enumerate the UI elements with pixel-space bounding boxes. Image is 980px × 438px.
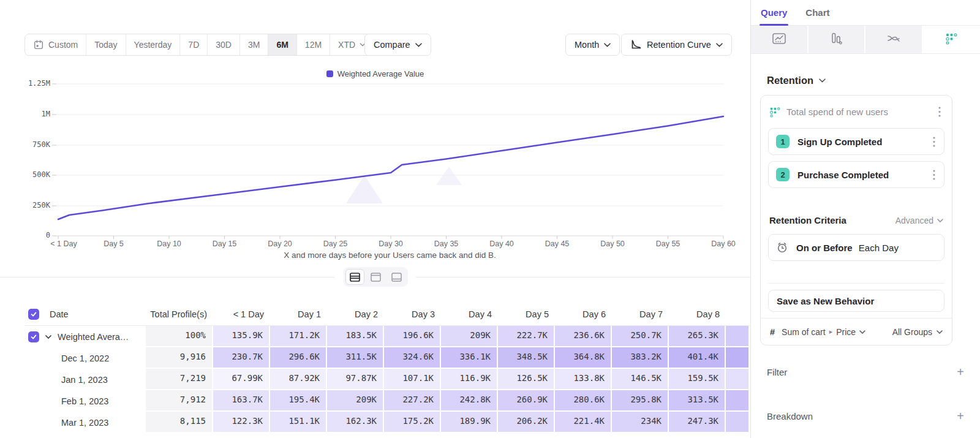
range-7d[interactable]: 7D — [180, 34, 208, 55]
icon-tab-insights-line-chart[interactable] — [751, 26, 809, 53]
event-menu-button[interactable] — [930, 168, 938, 181]
table-cell-value: 87.92K — [270, 369, 327, 390]
table-row[interactable]: Dec 1, 20229,916230.7K296.6K311.5K324.6K… — [24, 347, 750, 369]
range-12m[interactable]: 12M — [297, 34, 330, 55]
row-label: Feb 1, 2023 — [61, 396, 108, 406]
behavior-card: Total spend of new users 1Sign Up Comple… — [760, 95, 952, 345]
chevron-down-icon — [859, 330, 865, 334]
kebab-icon — [933, 137, 935, 147]
range-custom[interactable]: Custom — [25, 34, 86, 55]
panel-tabs: QueryChart — [751, 0, 980, 26]
table-cell-profiles: 7,912 — [146, 390, 213, 412]
event-row-sign-up-completed[interactable]: 1Sign Up Completed — [768, 128, 944, 155]
range-yesterday[interactable]: Yesterday — [126, 34, 181, 55]
measure-footer: # Sum of cart ▸ Price All Groups — [761, 318, 952, 345]
table-cell-value: 159.5K — [669, 369, 726, 390]
table-cell-value: 383.2K — [612, 347, 669, 369]
report-type-dropdown[interactable]: Retention — [767, 75, 826, 86]
table-row[interactable]: Feb 1, 20237,912163.7K195.4K209K227.2K24… — [24, 390, 750, 412]
layout-toggle-chart-only[interactable] — [366, 269, 385, 285]
plus-icon[interactable]: + — [957, 366, 964, 378]
retention-behavior-icon — [769, 107, 780, 118]
table-cell-value: 295.8K — [612, 390, 669, 412]
event-menu-button[interactable] — [930, 135, 938, 148]
table-cell-value: 234K — [612, 412, 669, 433]
checkbox-checked[interactable] — [28, 331, 39, 342]
y-tick-label: 0 — [0, 231, 50, 240]
y-tick-label: 250K — [0, 201, 50, 210]
x-tick-label: Day 35 — [419, 240, 474, 248]
table-row[interactable]: Weighted Average ...100%135.9K171.2K183.… — [24, 326, 750, 347]
table-cell-value: 336.1K — [441, 347, 498, 369]
table-cell-value: 236.6K — [555, 326, 612, 347]
table-cell-date: Mar 1, 2023 — [24, 412, 146, 433]
table-cell-value: 242.8K — [441, 390, 498, 412]
table-cell-value: 133.8K — [555, 369, 612, 390]
split-view-icon — [350, 273, 360, 282]
query-panel: QueryChart Retention Total spend of new … — [750, 0, 980, 438]
layout-toggle-split-view[interactable] — [345, 269, 364, 285]
table-cell-partial — [726, 412, 748, 433]
range-today[interactable]: Today — [86, 34, 126, 55]
layout-toggle-table-only[interactable] — [387, 269, 406, 285]
retention-report-app: CustomTodayYesterday7D30D3M6M12MXTD Comp… — [0, 0, 980, 438]
checkbox-checked[interactable] — [28, 309, 39, 320]
behavior-menu-button[interactable] — [936, 105, 943, 118]
behavior-event-list: 1Sign Up Completed2Purchase Completed — [761, 128, 952, 188]
weighted-average-line[interactable] — [58, 116, 723, 219]
range-30d[interactable]: 30D — [208, 34, 240, 55]
panel-tab-chart[interactable]: Chart — [805, 0, 829, 25]
add-filter-row[interactable]: Filter+ — [767, 363, 964, 381]
breakdown-label: Breakdown — [767, 411, 813, 421]
table-cell-value: 260.9K — [498, 390, 555, 412]
panel-tab-query[interactable]: Query — [761, 0, 787, 25]
number-property-icon: # — [770, 327, 775, 337]
table-cell-value: 222.7K — [498, 326, 555, 347]
granularity-button[interactable]: Month — [565, 34, 620, 56]
retention-icon — [945, 32, 957, 47]
retention-curve-icon — [630, 39, 642, 50]
retention-criteria-row: Retention Criteria Advanced — [769, 215, 943, 225]
y-tick-label: 500K — [0, 170, 50, 179]
table-cell-value: 163.7K — [213, 390, 270, 412]
criteria-timing-control[interactable]: On or Before Each Day — [768, 234, 944, 261]
save-as-new-behavior-button[interactable]: Save as New Behavior — [768, 290, 944, 312]
column-header: Day 4 — [441, 303, 498, 326]
retention-line-chart[interactable] — [0, 77, 750, 254]
column-header: Day 1 — [270, 303, 327, 326]
table-cell-value: 162.3K — [327, 412, 384, 433]
table-header-row: DateTotal Profile(s)< 1 DayDay 1Day 2Day… — [24, 303, 750, 326]
range-3m[interactable]: 3M — [240, 34, 268, 55]
measure-label: Sum of cart — [782, 327, 826, 337]
table-row[interactable]: Mar 1, 20238,115122.3K151.1K162.3K175.2K… — [24, 412, 750, 433]
plus-icon[interactable]: + — [957, 410, 964, 422]
groups-dropdown[interactable]: All Groups — [892, 327, 943, 337]
chart-type-button[interactable]: Retention Curve — [621, 34, 732, 56]
icon-tab-funnels-bar-chart[interactable] — [809, 26, 866, 53]
icon-tab-flows[interactable] — [865, 26, 923, 53]
table-cell-value: 324.6K — [384, 347, 441, 369]
compare-label: Compare — [374, 40, 410, 50]
x-tick-label: < 1 Day — [36, 240, 91, 248]
table-row[interactable]: Jan 1, 20237,21967.99K87.92K97.87K107.1K… — [24, 369, 750, 390]
add-breakdown-row[interactable]: Breakdown+ — [767, 407, 964, 425]
event-row-purchase-completed[interactable]: 2Purchase Completed — [768, 161, 944, 188]
chevron-down-icon — [716, 43, 723, 47]
alarm-clock-icon — [776, 241, 788, 254]
table-cell-value: 280.6K — [555, 390, 612, 412]
timing-window: Each Day — [859, 243, 899, 253]
divider — [768, 283, 944, 284]
table-cell-partial — [726, 347, 748, 369]
criteria-mode-dropdown[interactable]: Advanced — [895, 216, 943, 225]
x-tick-label: Day 55 — [641, 240, 696, 248]
column-header: Day 7 — [612, 303, 669, 326]
chart-only-icon — [371, 273, 381, 282]
range-6m[interactable]: 6M — [268, 34, 296, 55]
column-header: Total Profile(s) — [146, 303, 213, 326]
table-cell-value: 135.9K — [213, 326, 270, 347]
compare-button[interactable]: Compare — [364, 34, 431, 56]
icon-tab-retention[interactable] — [923, 26, 980, 53]
behavior-title: Total spend of new users — [786, 107, 930, 117]
expand-chevron-icon[interactable] — [45, 335, 51, 339]
measure-dropdown[interactable]: Sum of cart ▸ Price — [782, 327, 886, 337]
